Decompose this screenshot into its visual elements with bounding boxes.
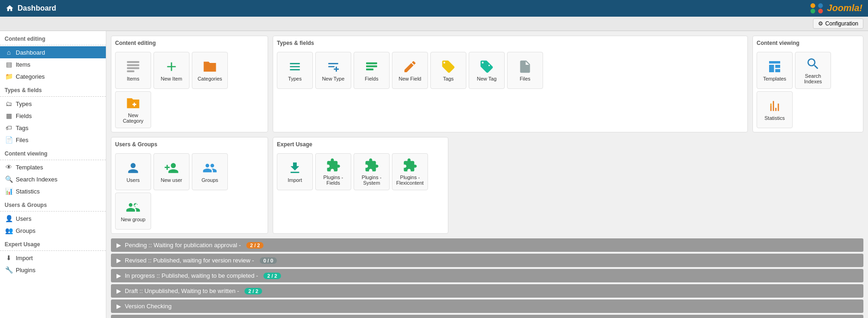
- dashboard-title: Dashboard: [18, 4, 56, 12]
- content-editing-grid: Items New Item Categories: [115, 52, 264, 128]
- sidebar-item-templates[interactable]: 👁 Templates: [0, 161, 106, 173]
- sidebar-label-types: Types: [16, 100, 32, 107]
- tile-new-type-label: New Type: [322, 76, 345, 81]
- new-item-tile-icon: [164, 59, 179, 74]
- types-fields-panel-title: Types & fields: [277, 40, 744, 48]
- svg-rect-8: [366, 62, 377, 64]
- sidebar-item-dashboard[interactable]: ⌂ Dashboard: [0, 46, 106, 58]
- fields-icon: ▦: [5, 112, 13, 119]
- content-editing-panel: Content editing Items New Item: [111, 36, 268, 132]
- home-icon: [6, 4, 14, 12]
- new-field-tile-icon: [403, 59, 417, 74]
- sidebar-item-types[interactable]: 🗂 Types: [0, 98, 106, 110]
- tile-statistics[interactable]: Statistics: [757, 91, 793, 128]
- status-bar-revised[interactable]: ▶ Revised :: Published, waiting for vers…: [111, 254, 863, 267]
- tile-new-type[interactable]: New Type: [315, 52, 351, 89]
- statistics-icon: 📊: [5, 187, 13, 195]
- tile-categories[interactable]: Categories: [192, 52, 228, 89]
- svg-rect-9: [366, 65, 377, 67]
- templates-tile-icon: [767, 59, 782, 74]
- tile-new-group[interactable]: New group: [115, 193, 151, 230]
- svg-point-1: [818, 3, 823, 8]
- sidebar-label-fields: Fields: [16, 112, 32, 119]
- tile-new-item[interactable]: New Item: [153, 52, 189, 89]
- configuration-button[interactable]: ⚙ Configuration: [813, 19, 863, 29]
- status-revised-badge: 0 / 0: [260, 257, 277, 264]
- sidebar-item-plugins[interactable]: 🔧 Plugins: [0, 264, 106, 276]
- expert-usage-panel: Expert Usage Import Plugins - Fields: [273, 137, 448, 234]
- sidebar-item-statistics[interactable]: 📊 Statistics: [0, 185, 106, 197]
- tile-types[interactable]: Types: [277, 52, 313, 89]
- panel-row-2: Users & Groups Users New user: [111, 137, 863, 234]
- sidebar-section-content-viewing: Content viewing: [0, 146, 106, 159]
- tile-fields-label: Fields: [365, 76, 378, 81]
- tile-new-field[interactable]: New Field: [392, 52, 428, 89]
- sidebar-item-groups[interactable]: 👥 Groups: [0, 224, 106, 237]
- tile-new-user[interactable]: New user: [153, 153, 189, 190]
- import-icon: ⬇: [5, 254, 13, 262]
- status-draft-badge: 2 / 2: [245, 288, 262, 294]
- status-section: ▶ Pending :: Waiting for publication app…: [111, 238, 863, 318]
- status-bar-about[interactable]: ▶ About FLEXIcontent: [111, 315, 863, 318]
- tile-plugins-flexicontent[interactable]: Plugins - Flexicontent: [392, 153, 428, 190]
- items-tile-icon: [126, 59, 141, 74]
- gear-icon: ⚙: [818, 20, 823, 27]
- sidebar-item-search-indexes[interactable]: 🔍 Search Indexes: [0, 173, 106, 185]
- tile-users[interactable]: Users: [115, 153, 151, 190]
- sidebar-label-users: Users: [16, 215, 31, 222]
- tile-templates-label: Templates: [763, 76, 786, 81]
- content-viewing-grid: Templates Search Indexes Statistics: [757, 52, 859, 128]
- tile-fields[interactable]: Fields: [354, 52, 390, 89]
- status-bar-draft[interactable]: ▶ Draft :: Unpublished, Waiting to be wr…: [111, 284, 863, 298]
- groups-tile-icon: [202, 161, 217, 175]
- sidebar-section-users-groups: Users & Groups: [0, 197, 106, 210]
- import-tile-icon: [287, 161, 302, 175]
- sidebar-item-categories[interactable]: 📁 Categories: [0, 70, 106, 82]
- sidebar-item-items[interactable]: ▤ Items: [0, 58, 106, 70]
- sidebar-label-groups: Groups: [16, 227, 36, 234]
- sidebar-item-tags[interactable]: 🏷 Tags: [0, 122, 106, 134]
- tile-search-indexes[interactable]: Search Indexes: [795, 52, 831, 89]
- tile-import[interactable]: Import: [277, 153, 313, 190]
- statistics-tile-icon: [767, 99, 782, 113]
- tags-tile-icon: [441, 59, 456, 74]
- sidebar-item-users[interactable]: 👤 Users: [0, 212, 106, 224]
- tile-plugins-system[interactable]: Plugins - System: [354, 153, 390, 190]
- status-inprogress-label: In progress :: Published, waiting to be …: [125, 272, 258, 279]
- tile-files[interactable]: Files: [507, 52, 543, 89]
- types-fields-panel: Types & fields Types New Type: [273, 36, 748, 132]
- sidebar-label-categories: Categories: [16, 73, 45, 80]
- tile-new-field-label: New Field: [399, 76, 422, 81]
- tile-files-label: Files: [520, 76, 530, 81]
- chevron-right-icon-2: ▶: [116, 257, 121, 264]
- plugins-flexicontent-tile-icon: [403, 158, 417, 173]
- svg-rect-4: [127, 61, 140, 63]
- expert-usage-panel-title: Expert Usage: [277, 141, 444, 150]
- status-draft-label: Draft :: Unpublished, Waiting to be writ…: [125, 287, 239, 294]
- tile-items[interactable]: Items: [115, 52, 151, 89]
- chevron-right-icon-3: ▶: [116, 272, 121, 279]
- users-icon: 👤: [5, 215, 13, 222]
- content-area: Content editing Items New Item: [106, 31, 868, 318]
- tile-templates[interactable]: Templates: [757, 52, 793, 89]
- tile-new-group-label: New group: [121, 217, 145, 222]
- tile-new-item-label: New Item: [161, 76, 182, 81]
- new-group-tile-icon: [126, 200, 141, 215]
- sidebar: Content editing ⌂ Dashboard ▤ Items 📁 Ca…: [0, 31, 106, 318]
- files-icon: 📄: [5, 136, 13, 143]
- tile-new-tag[interactable]: New Tag: [469, 52, 505, 89]
- status-bar-inprogress[interactable]: ▶ In progress :: Published, waiting to b…: [111, 269, 863, 282]
- items-icon: ▤: [5, 61, 13, 68]
- status-bar-pending[interactable]: ▶ Pending :: Waiting for publication app…: [111, 238, 863, 252]
- tile-groups[interactable]: Groups: [192, 153, 228, 190]
- status-bar-version[interactable]: ▶ Version Checking: [111, 299, 863, 313]
- sidebar-item-import[interactable]: ⬇ Import: [0, 252, 106, 264]
- config-button-label: Configuration: [825, 20, 858, 27]
- tile-tags[interactable]: Tags: [430, 52, 466, 89]
- sidebar-item-fields[interactable]: ▦ Fields: [0, 110, 106, 122]
- tile-types-label: Types: [288, 76, 301, 81]
- sidebar-item-files[interactable]: 📄 Files: [0, 134, 106, 146]
- svg-rect-10: [366, 69, 373, 70]
- tile-plugins-fields[interactable]: Plugins - Fields: [315, 153, 351, 190]
- tile-new-category[interactable]: NewCategory: [115, 91, 151, 128]
